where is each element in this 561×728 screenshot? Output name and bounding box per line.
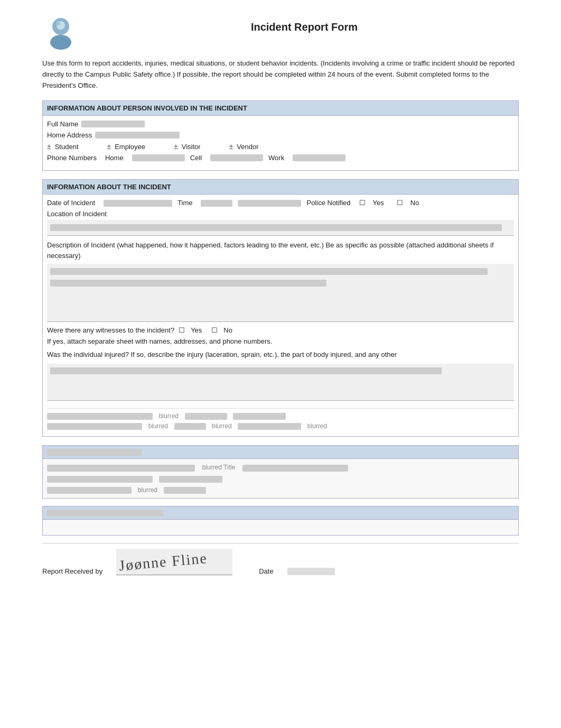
- section3-line2: [47, 475, 514, 483]
- extra2-c: [238, 423, 301, 430]
- visitor-plus-icon: ±: [174, 142, 178, 151]
- extra1-a: [47, 413, 153, 420]
- vendor-checkbox-group: ± Vendor: [229, 142, 261, 151]
- extra1-sep: blurred: [159, 412, 179, 420]
- injured-label: Was the individual injured? If so, descr…: [47, 349, 514, 361]
- student-label: Student: [55, 143, 79, 151]
- home-phone-value: [132, 154, 185, 161]
- witnesses-label: Were there any witnesses to the incident…: [47, 326, 174, 334]
- desc-blur1: [50, 268, 488, 275]
- footer-row: Report Received by Jøønne Fline Date: [42, 543, 519, 575]
- full-name-row: Full Name: [47, 120, 514, 128]
- section3-body: blurred Title blurred: [42, 459, 519, 498]
- full-name-label: Full Name: [47, 120, 78, 128]
- description-value: [47, 264, 514, 322]
- section1-body: Full Name Home Address ± Student ± Emplo…: [42, 116, 519, 171]
- no-checkbox-sym: ☐: [397, 199, 403, 207]
- section2: INFORMATION ABOUT THE INCIDENT Date of I…: [42, 179, 519, 437]
- witness-no-label: No: [223, 326, 232, 334]
- svg-point-1: [50, 35, 71, 50]
- time-value2: [238, 200, 301, 207]
- visitor-label: Visitor: [182, 143, 201, 151]
- location-row: Location of Incident: [47, 210, 514, 236]
- location-blurred: [50, 224, 502, 231]
- section2-body: Date of Incident Time Police Notified ☐ …: [42, 195, 519, 437]
- police-label: Police Notified: [306, 199, 350, 207]
- injury-blur: [50, 367, 442, 374]
- location-label: Location of Incident: [47, 210, 107, 218]
- work-phone-value: [293, 154, 345, 161]
- extra2-sep3: blurred: [307, 422, 327, 430]
- intro-text: Use this form to report accidents, injur…: [42, 58, 519, 91]
- received-by-label: Report Received by: [42, 567, 102, 575]
- attach-note: If yes, attach separate sheet with names…: [47, 336, 514, 347]
- time-value: [201, 200, 232, 207]
- section2-header: INFORMATION ABOUT THE INCIDENT: [42, 179, 519, 195]
- phone-numbers-label: Phone Numbers: [47, 154, 97, 162]
- witness-no-sym: ☐: [211, 326, 218, 334]
- extra-info-row1: blurred: [47, 408, 514, 420]
- date-value: [104, 200, 172, 207]
- extra2-sep: blurred: [148, 422, 168, 430]
- s3-blur4: [159, 476, 222, 483]
- signature-stroke: Jøønne Fline: [118, 550, 208, 575]
- s3-blur3: [47, 476, 153, 483]
- student-checkbox-group: ± Student: [47, 142, 81, 151]
- employee-checkbox-group: ± Employee: [107, 142, 148, 151]
- work-phone-label: Work: [268, 154, 284, 162]
- s3-blur5: [47, 487, 132, 494]
- visitor-checkbox-group: ± Visitor: [174, 142, 203, 151]
- s3-blur1: [47, 465, 195, 472]
- s3-blur2: [242, 465, 348, 472]
- extra2-b: [174, 423, 206, 430]
- section3-line1: blurred Title: [47, 463, 514, 471]
- employee-plus-icon: ±: [107, 142, 111, 151]
- date-value: [287, 568, 335, 575]
- checkbox-row: ± Student ± Employee ± Visitor ± Vendor: [47, 142, 514, 151]
- home-address-row: Home Address: [47, 131, 514, 139]
- description-section: Description of Incident (what happened, …: [47, 240, 514, 322]
- phone-row: Phone Numbers Home Cell Work: [47, 154, 514, 162]
- signature-image: Jøønne Fline: [116, 549, 232, 575]
- student-plus-icon: ±: [47, 142, 51, 151]
- section1-header: INFORMATION ABOUT PERSON INVOLVED IN THE…: [42, 100, 519, 116]
- location-value: [47, 220, 514, 236]
- s3-title-label: blurred Title: [202, 464, 236, 471]
- full-name-value: [81, 121, 145, 127]
- cell-phone-label: Cell: [190, 154, 202, 162]
- injury-description: [47, 364, 514, 401]
- extra-info-row2: blurred blurred blurred: [47, 422, 514, 430]
- s3-blur6: [164, 487, 206, 494]
- school-logo: [42, 16, 79, 53]
- extra2-a: [47, 423, 142, 430]
- witness-yes-label: Yes: [191, 326, 202, 334]
- date-label: Date of Incident: [47, 199, 95, 207]
- vendor-plus-icon: ±: [229, 142, 233, 151]
- section3-header: [42, 445, 519, 459]
- home-address-value: [95, 132, 180, 139]
- extra1-b: [185, 413, 227, 420]
- home-address-label: Home Address: [47, 131, 92, 139]
- employee-label: Employee: [115, 143, 145, 151]
- section4-header-blur: [47, 510, 163, 517]
- time-label: Time: [177, 199, 192, 207]
- extra2-sep2: blurred: [212, 422, 231, 430]
- section1: INFORMATION ABOUT PERSON INVOLVED IN THE…: [42, 100, 519, 171]
- description-label: Description of Incident (what happened, …: [47, 240, 514, 261]
- desc-blur2: [50, 280, 326, 287]
- section3-line3: blurred: [47, 486, 514, 494]
- yes-checkbox-sym: ☐: [359, 199, 366, 207]
- section4-header: [42, 506, 519, 520]
- cell-phone-value: [210, 154, 263, 161]
- date-time-row: Date of Incident Time Police Notified ☐ …: [47, 199, 514, 207]
- date-label: Date: [259, 567, 273, 575]
- section4-body: [42, 520, 519, 536]
- vendor-label: Vendor: [237, 143, 258, 151]
- extra1-c: [233, 413, 286, 420]
- yes-label: Yes: [373, 199, 384, 207]
- home-phone-label: Home: [105, 154, 124, 162]
- title-area: Incident Report Form: [90, 16, 519, 38]
- section3: blurred Title blurred: [42, 445, 519, 499]
- s3-text1: blurred: [138, 486, 157, 494]
- section3-header-blur: [47, 449, 142, 456]
